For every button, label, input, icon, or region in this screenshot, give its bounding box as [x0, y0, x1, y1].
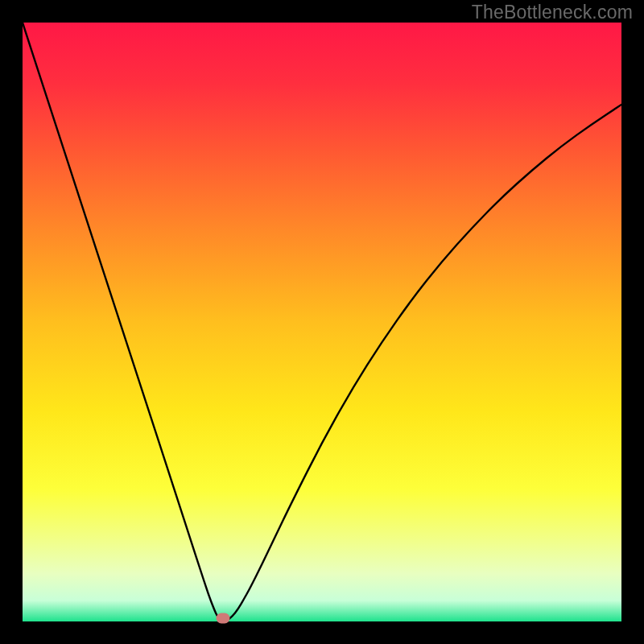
gradient-background — [23, 23, 621, 621]
chart-svg — [23, 23, 621, 621]
chart-frame: TheBottleneck.com — [0, 0, 644, 644]
plot-area — [23, 23, 621, 621]
watermark-text: TheBottleneck.com — [472, 2, 633, 23]
optimal-point-marker — [217, 613, 230, 624]
